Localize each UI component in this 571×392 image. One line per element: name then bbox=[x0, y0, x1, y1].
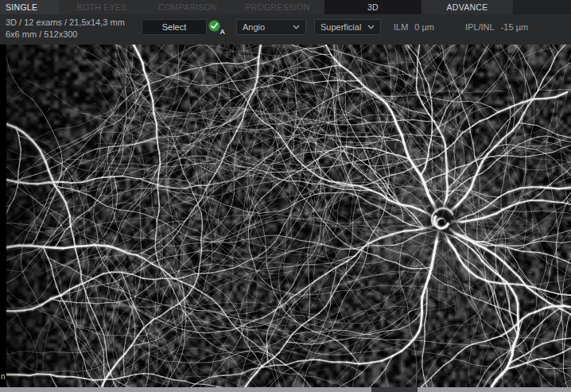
corner-text-fragment: n bbox=[1, 372, 6, 381]
app-window: SINGLE BOTH EYES COMPARISON PROGRESSION … bbox=[0, 0, 571, 392]
ipl-inl-boundary: IPL/INL-15 µm bbox=[465, 19, 528, 35]
tab-bar: SINGLE BOTH EYES COMPARISON PROGRESSION … bbox=[0, 0, 571, 14]
tab-both-eyes[interactable]: BOTH EYES bbox=[59, 0, 145, 14]
tab-single[interactable]: SINGLE bbox=[0, 0, 59, 14]
tab-3d[interactable]: 3D bbox=[324, 0, 421, 14]
scrollbar-gap bbox=[371, 387, 418, 392]
scan-type-dropdown[interactable]: Angio bbox=[236, 19, 306, 35]
horizontal-scrollbar[interactable] bbox=[0, 387, 571, 392]
chevron-down-icon bbox=[293, 25, 300, 29]
tab-bar-filler bbox=[513, 0, 571, 14]
layer-value: Superficial bbox=[320, 22, 361, 32]
exam-info: 3D / 12 exams / 21,5x14,3 mm 6x6 mm / 51… bbox=[6, 17, 125, 41]
select-button[interactable]: Select bbox=[142, 19, 207, 35]
ilm-value: 0 µm bbox=[414, 22, 434, 32]
tab-comparison[interactable]: COMPARISON bbox=[145, 0, 231, 14]
toolbar: 3D / 12 exams / 21,5x14,3 mm 6x6 mm / 51… bbox=[0, 14, 571, 45]
tab-progression[interactable]: PROGRESSION bbox=[231, 0, 324, 14]
auto-letter: A bbox=[220, 28, 226, 36]
exam-info-line1: 3D / 12 exams / 21,5x14,3 mm bbox=[6, 17, 125, 29]
auto-check-icon[interactable]: A bbox=[208, 20, 224, 34]
check-circle-icon bbox=[208, 20, 220, 32]
tab-advance[interactable]: ADVANCE bbox=[421, 0, 513, 14]
ipl-inl-value: -15 µm bbox=[501, 22, 528, 32]
chevron-down-icon bbox=[367, 25, 375, 29]
ipl-inl-label: IPL/INL bbox=[465, 22, 495, 32]
scan-type-value: Angio bbox=[243, 22, 265, 32]
layer-dropdown[interactable]: Superficial bbox=[314, 19, 381, 35]
image-viewport[interactable]: n bbox=[0, 45, 571, 387]
ilm-boundary: ILM0 µm bbox=[394, 19, 434, 35]
octa-enface-image[interactable] bbox=[6, 45, 571, 387]
exam-info-line2: 6x6 mm / 512x300 bbox=[6, 29, 125, 41]
ilm-label: ILM bbox=[394, 22, 408, 32]
